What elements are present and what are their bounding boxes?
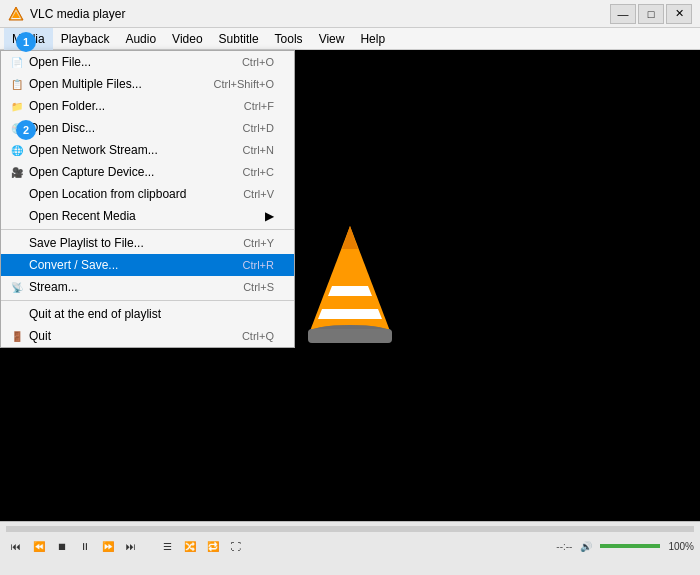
progress-bar[interactable] bbox=[6, 526, 694, 532]
app-title: VLC media player bbox=[30, 7, 610, 21]
menu-item-open-network[interactable]: 🌐 Open Network Stream... Ctrl+N bbox=[1, 139, 294, 161]
menu-item-stream[interactable]: 📡 Stream... Ctrl+S bbox=[1, 276, 294, 298]
menu-item-open-multiple[interactable]: 📋 Open Multiple Files... Ctrl+Shift+O bbox=[1, 73, 294, 95]
svg-marker-4 bbox=[328, 286, 372, 296]
menu-video[interactable]: Video bbox=[164, 28, 210, 50]
separator-2 bbox=[1, 300, 294, 301]
menu-item-open-recent[interactable]: Open Recent Media ▶ bbox=[1, 205, 294, 227]
playlist-button[interactable]: ☰ bbox=[157, 536, 177, 556]
repeat-button[interactable]: 🔁 bbox=[203, 536, 223, 556]
controls-bar: ⏮ ⏪ ⏹ ⏸ ⏩ ⏭ ☰ 🔀 🔁 ⛶ --:-- 🔊 100% bbox=[0, 521, 700, 575]
titlebar: VLC media player — □ ✕ bbox=[0, 0, 700, 28]
open-multiple-icon: 📋 bbox=[9, 76, 25, 92]
svg-rect-10 bbox=[308, 329, 392, 343]
vlc-logo bbox=[300, 221, 400, 351]
stream-icon: 📡 bbox=[9, 279, 25, 295]
stop-button[interactable]: ⏹ bbox=[52, 536, 72, 556]
skip-forward-button[interactable]: ⏭ bbox=[121, 536, 141, 556]
quit-icon: 🚪 bbox=[9, 328, 25, 344]
open-network-icon: 🌐 bbox=[9, 142, 25, 158]
fullscreen-button[interactable]: ⛶ bbox=[226, 536, 246, 556]
window-controls: — □ ✕ bbox=[610, 4, 692, 24]
controls-row: ⏮ ⏪ ⏹ ⏸ ⏩ ⏭ ☰ 🔀 🔁 ⛶ --:-- 🔊 100% bbox=[0, 534, 700, 558]
volume-slider[interactable] bbox=[600, 544, 660, 548]
menu-view[interactable]: View bbox=[311, 28, 353, 50]
menu-item-quit-end[interactable]: Quit at the end of playlist bbox=[1, 303, 294, 325]
open-file-icon: 📄 bbox=[9, 54, 25, 70]
menu-playback[interactable]: Playback bbox=[53, 28, 118, 50]
submenu-arrow: ▶ bbox=[265, 209, 274, 223]
menubar: Media Playback Audio Video Subtitle Tool… bbox=[0, 28, 700, 50]
badge-2: 2 bbox=[16, 120, 36, 140]
media-dropdown: 📄 Open File... Ctrl+O 📋 Open Multiple Fi… bbox=[0, 50, 295, 348]
forward-button[interactable]: ⏩ bbox=[98, 536, 118, 556]
volume-fill bbox=[600, 544, 660, 548]
menu-item-open-location[interactable]: Open Location from clipboard Ctrl+V bbox=[1, 183, 294, 205]
separator-1 bbox=[1, 229, 294, 230]
menu-item-quit[interactable]: 🚪 Quit Ctrl+Q bbox=[1, 325, 294, 347]
volume-icon[interactable]: 🔊 bbox=[576, 536, 596, 556]
menu-item-convert-save[interactable]: Convert / Save... Ctrl+R bbox=[1, 254, 294, 276]
menu-tools[interactable]: Tools bbox=[267, 28, 311, 50]
app-icon bbox=[8, 6, 24, 22]
shuffle-button[interactable]: 🔀 bbox=[180, 536, 200, 556]
time-display: --:-- bbox=[556, 541, 572, 552]
svg-marker-6 bbox=[342, 226, 358, 249]
open-folder-icon: 📁 bbox=[9, 98, 25, 114]
close-button[interactable]: ✕ bbox=[666, 4, 692, 24]
pause-button[interactable]: ⏸ bbox=[75, 536, 95, 556]
badge-1: 1 bbox=[16, 32, 36, 52]
menu-item-save-playlist[interactable]: Save Playlist to File... Ctrl+Y bbox=[1, 232, 294, 254]
menu-item-open-capture[interactable]: 🎥 Open Capture Device... Ctrl+C bbox=[1, 161, 294, 183]
svg-marker-5 bbox=[318, 309, 382, 319]
minimize-button[interactable]: — bbox=[610, 4, 636, 24]
menu-item-open-disc[interactable]: 💿 Open Disc... Ctrl+D bbox=[1, 117, 294, 139]
volume-label: 100% bbox=[668, 541, 694, 552]
menu-help[interactable]: Help bbox=[352, 28, 393, 50]
menu-audio[interactable]: Audio bbox=[117, 28, 164, 50]
menu-subtitle[interactable]: Subtitle bbox=[211, 28, 267, 50]
open-capture-icon: 🎥 bbox=[9, 164, 25, 180]
maximize-button[interactable]: □ bbox=[638, 4, 664, 24]
menu-item-open-folder[interactable]: 📁 Open Folder... Ctrl+F bbox=[1, 95, 294, 117]
rewind-button[interactable]: ⏪ bbox=[29, 536, 49, 556]
skip-back-button[interactable]: ⏮ bbox=[6, 536, 26, 556]
menu-item-open-file[interactable]: 📄 Open File... Ctrl+O bbox=[1, 51, 294, 73]
